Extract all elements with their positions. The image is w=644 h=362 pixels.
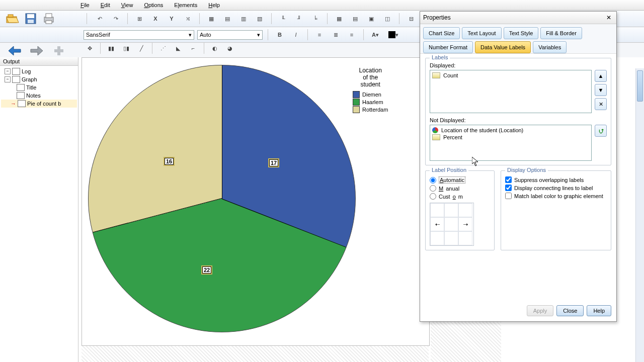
move-down-button[interactable]: ▼ xyxy=(595,84,607,96)
forward-button[interactable] xyxy=(28,44,45,57)
displayed-list[interactable]: Count xyxy=(430,70,592,113)
check-match[interactable]: Match label color to graphic element xyxy=(505,193,607,199)
grid-d-icon[interactable]: ◫ xyxy=(381,12,394,25)
scatter-icon[interactable]: ⋰ xyxy=(156,42,170,55)
select-tool-icon[interactable]: ✥ xyxy=(83,42,96,55)
cursor-icon xyxy=(472,157,479,167)
legend-item[interactable]: Haarlem xyxy=(353,99,388,106)
pie-chart[interactable] xyxy=(88,65,356,332)
menu-view[interactable]: View xyxy=(121,2,133,8)
legend[interactable]: Locationof thestudent Diemen Haarlem Rot… xyxy=(353,67,388,114)
line-b-icon[interactable]: ╜ xyxy=(293,12,306,25)
undo-icon[interactable]: ↶ xyxy=(93,12,106,25)
line-c-icon[interactable]: ╘ xyxy=(309,12,322,25)
chart-type-toolbar: ✥ ▮▮ ▯▮ ╱ ⋰ ◣ ⌐ ◐ ◕ xyxy=(83,41,236,55)
save-icon[interactable] xyxy=(23,11,38,26)
fill-color-icon[interactable]: ▾ xyxy=(385,28,402,41)
menu-help[interactable]: Help xyxy=(208,2,220,8)
step-icon[interactable]: ⌐ xyxy=(187,42,200,55)
redo-icon[interactable]: ↷ xyxy=(109,12,122,25)
not-displayed-list[interactable]: Location of the student (Location) Perce… xyxy=(430,125,592,161)
dialog-titlebar[interactable]: Properties ✕ xyxy=(420,12,616,24)
open-icon[interactable] xyxy=(5,11,20,26)
bar-chart-icon[interactable]: ▮▮ xyxy=(105,42,118,55)
tool-d-icon[interactable]: ▧ xyxy=(253,12,266,25)
transpose-icon[interactable]: ⤭ xyxy=(181,12,194,25)
tab-text-layout[interactable]: Text Layout xyxy=(462,27,501,39)
tool-c-icon[interactable]: ▥ xyxy=(237,12,250,25)
close-icon[interactable]: ✕ xyxy=(604,13,613,22)
align-left-icon[interactable]: ≡ xyxy=(313,28,326,41)
position-grid[interactable]: ⇠⇢ xyxy=(430,203,474,246)
xy-icon[interactable]: ⊞ xyxy=(133,12,146,25)
list-item[interactable]: Percent xyxy=(432,134,589,141)
area-icon[interactable]: ◣ xyxy=(172,42,185,55)
bars-a-icon[interactable]: ⊟ xyxy=(405,12,418,25)
tree-item-log[interactable]: −Log xyxy=(1,67,77,75)
tab-number-format[interactable]: Number Format xyxy=(423,41,473,53)
tab-chart-size[interactable]: Chart Size xyxy=(423,27,460,39)
help-button[interactable]: Help xyxy=(587,305,611,316)
align-center-icon[interactable]: ≣ xyxy=(329,28,342,41)
grid-b-icon[interactable]: ▤ xyxy=(349,12,362,25)
tree-item-title[interactable]: Title xyxy=(1,83,77,92)
text-color-icon[interactable]: A▾ xyxy=(369,28,382,41)
list-item[interactable]: Location of the student (Location) xyxy=(432,127,589,134)
check-suppress[interactable]: Suppress overlapping labels xyxy=(505,176,607,183)
font-size-select[interactable]: Auto▾ xyxy=(197,30,263,40)
italic-button[interactable]: I xyxy=(289,28,302,41)
tab-variables[interactable]: Variables xyxy=(533,41,567,53)
bar2-chart-icon[interactable]: ▯▮ xyxy=(120,42,133,55)
radio-manual[interactable]: Manual xyxy=(430,185,490,192)
align-right-icon[interactable]: ≡ xyxy=(345,28,358,41)
radio-custom[interactable]: Custom xyxy=(430,193,490,200)
data-label[interactable]: 16 xyxy=(164,157,175,166)
menu-options[interactable]: Options xyxy=(144,2,163,8)
dialog-title: Properties xyxy=(423,14,451,21)
tree-item-pie[interactable]: →Pie of count b xyxy=(1,100,77,108)
add-button[interactable] xyxy=(50,44,67,57)
tool-b-icon[interactable]: ▤ xyxy=(221,12,234,25)
y-axis-icon[interactable]: Y xyxy=(165,12,178,25)
legend-item[interactable]: Rotterdam xyxy=(353,106,388,113)
radio-automatic[interactable]: Automatic xyxy=(430,176,490,184)
legend-item[interactable]: Diemen xyxy=(353,91,388,98)
group-label: Display Options xyxy=(505,167,548,173)
menu-edit[interactable]: Edit xyxy=(101,2,110,8)
line-chart-icon[interactable]: ╱ xyxy=(135,42,148,55)
tree-item-notes[interactable]: Notes xyxy=(1,92,77,100)
grid-c-icon[interactable]: ▣ xyxy=(365,12,378,25)
move-up-button[interactable]: ▲ xyxy=(595,70,607,82)
pie-icon[interactable]: ◕ xyxy=(223,42,236,55)
font-family-select[interactable]: SansSerif▾ xyxy=(84,30,194,40)
vertical-scrollbar[interactable] xyxy=(635,68,644,362)
line-a-icon[interactable]: ╙ xyxy=(277,12,290,25)
x-axis-icon[interactable]: X xyxy=(149,12,162,25)
menu-elements[interactable]: Elements xyxy=(174,2,197,8)
properties-dialog: Properties ✕ Chart Size Text Layout Text… xyxy=(420,11,617,322)
bold-button[interactable]: B xyxy=(273,28,286,41)
print-icon[interactable] xyxy=(41,11,56,26)
chart-area[interactable]: 17 22 16 Locationof thestudent Diemen Ha… xyxy=(82,57,430,346)
back-button[interactable] xyxy=(6,44,23,57)
tree-item-graph[interactable]: −Graph xyxy=(1,75,77,83)
menu-file[interactable]: File xyxy=(80,2,90,8)
svg-rect-7 xyxy=(46,14,52,18)
data-label[interactable]: 22 xyxy=(201,265,212,275)
check-connect[interactable]: Display connecting lines to label xyxy=(505,185,607,191)
tab-fill-border[interactable]: Fill & Border xyxy=(540,27,582,39)
tab-text-style[interactable]: Text Style xyxy=(504,27,539,39)
tab-data-value-labels[interactable]: Data Value Labels xyxy=(475,41,531,53)
ruler-icon xyxy=(432,134,440,140)
add-to-displayed-button[interactable]: ⮍ xyxy=(595,125,607,137)
marker-icon[interactable]: ◐ xyxy=(208,42,221,55)
list-item[interactable]: Count xyxy=(432,72,589,79)
dialog-body: Labels Displayed: Count ▲ ▼ ✕ Not Displa… xyxy=(420,54,616,259)
data-label[interactable]: 17 xyxy=(268,158,279,167)
tool-a-icon[interactable]: ▦ xyxy=(205,12,218,25)
close-button[interactable]: Close xyxy=(556,305,584,316)
ruler-icon xyxy=(432,72,440,78)
grid-a-icon[interactable]: ▦ xyxy=(333,12,346,25)
apply-button[interactable]: Apply xyxy=(527,305,554,316)
remove-button[interactable]: ✕ xyxy=(595,98,607,110)
